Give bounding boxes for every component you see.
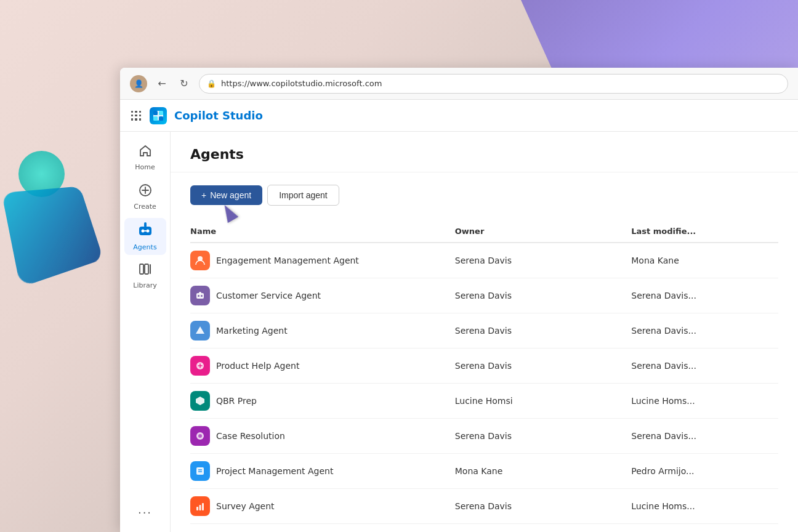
- table-row[interactable]: Marketing Agent Serena Davis Serena Davi…: [190, 313, 778, 349]
- agent-icon: [190, 426, 210, 446]
- agent-name-cell: Case Resolution: [190, 419, 455, 454]
- sidebar-item-agents[interactable]: Agents: [124, 218, 166, 255]
- agent-name-cell: Project Management Agent: [190, 454, 455, 489]
- agent-icon: [190, 251, 210, 270]
- agent-modified: Serena Davis...: [631, 278, 778, 313]
- sidebar-create-label: Create: [134, 203, 156, 211]
- new-agent-button[interactable]: + New agent: [190, 185, 262, 205]
- svg-rect-2: [153, 116, 158, 121]
- grid-dot: [131, 115, 133, 116]
- svg-point-9: [146, 230, 149, 233]
- table-header-row: Name Owner Last modifie...: [190, 220, 778, 243]
- agents-table: Name Owner Last modifie...: [190, 220, 778, 524]
- apps-grid-icon[interactable]: [130, 110, 142, 122]
- svg-rect-0: [153, 111, 158, 115]
- svg-rect-3: [159, 116, 163, 121]
- agent-name-cell: Marketing Agent: [190, 313, 455, 349]
- app-title: Copilot Studio: [174, 109, 263, 122]
- agent-modified: Serena Davis...: [631, 349, 778, 384]
- page-header: Agents: [171, 132, 798, 172]
- svg-rect-31: [202, 503, 204, 510]
- sidebar-agents-label: Agents: [133, 243, 156, 251]
- toolbar: + New agent Import agent: [190, 185, 778, 206]
- app-topbar: Copilot Studio: [120, 100, 798, 132]
- table-row[interactable]: Project Management Agent Mona Kane Pedro…: [190, 454, 778, 489]
- library-icon: [139, 262, 152, 279]
- sidebar-item-create[interactable]: Create: [124, 179, 166, 216]
- user-avatar[interactable]: 👤: [130, 75, 147, 92]
- table-row[interactable]: Customer Service Agent Serena Davis Sere…: [190, 278, 778, 313]
- svg-rect-13: [140, 264, 143, 274]
- address-bar[interactable]: 🔒 https://www.copilotstudio.microsoft.co…: [199, 74, 788, 94]
- sidebar-home-label: Home: [135, 163, 155, 171]
- table-row[interactable]: QBR Prep Lucine Homsi Lucine Homs...: [190, 384, 778, 419]
- agent-owner: Mona Kane: [455, 454, 632, 489]
- agent-modified: Mona Kane: [631, 243, 778, 278]
- svg-point-19: [201, 295, 203, 297]
- agent-modified: Serena Davis...: [631, 419, 778, 454]
- svg-rect-10: [144, 230, 147, 232]
- column-header-name: Name: [190, 220, 455, 243]
- table-row[interactable]: Case Resolution Serena Davis Serena Davi…: [190, 419, 778, 454]
- agent-name: Case Resolution: [216, 431, 285, 441]
- browser-window: 👤 ← ↻ 🔒 https://www.copilotstudio.micros…: [120, 68, 798, 532]
- table-row[interactable]: Product Help Agent Serena Davis Serena D…: [190, 349, 778, 384]
- agent-owner: Lucine Homsi: [455, 384, 632, 419]
- agent-owner: Serena Davis: [455, 489, 632, 524]
- table-row[interactable]: Engagement Management Agent Serena Davis…: [190, 243, 778, 278]
- agent-name-cell: Survey Agent: [190, 489, 455, 524]
- agent-name: Marketing Agent: [216, 326, 288, 336]
- agent-modified: Serena Davis...: [631, 313, 778, 349]
- svg-rect-17: [196, 293, 204, 299]
- svg-rect-29: [196, 507, 198, 510]
- agent-name: Product Help Agent: [216, 361, 299, 371]
- svg-rect-20: [199, 292, 201, 294]
- url-text: https://www.copilotstudio.microsoft.com: [221, 79, 382, 88]
- more-icon: ···: [138, 506, 152, 519]
- content-area: + New agent Import agent: [171, 172, 798, 532]
- agent-name-cell: QBR Prep: [190, 384, 455, 419]
- agent-modified: Pedro Armijo...: [631, 454, 778, 489]
- refresh-button[interactable]: ↻: [177, 76, 191, 91]
- home-icon: [139, 144, 152, 161]
- agent-icon: [190, 321, 210, 341]
- sidebar-item-library[interactable]: Library: [124, 257, 166, 294]
- svg-marker-23: [196, 397, 204, 405]
- agent-icon: [190, 391, 210, 411]
- svg-point-12: [144, 222, 147, 225]
- agent-icon: [190, 461, 210, 481]
- app-container: Home Create: [120, 132, 798, 532]
- svg-marker-21: [196, 326, 204, 334]
- agent-owner: Serena Davis: [455, 419, 632, 454]
- agent-name-cell: Product Help Agent: [190, 349, 455, 384]
- svg-point-25: [198, 434, 202, 438]
- agent-name: QBR Prep: [216, 396, 257, 406]
- agent-modified: Lucine Homs...: [631, 489, 778, 524]
- sidebar-more-button[interactable]: ···: [124, 500, 166, 525]
- agent-name-cell: Engagement Management Agent: [190, 243, 455, 278]
- import-agent-button[interactable]: Import agent: [267, 185, 339, 206]
- main-content: Agents + New agent Import agent: [171, 132, 798, 532]
- bg-teal-circle: [18, 151, 65, 197]
- table-row[interactable]: Survey Agent Serena Davis Lucine Homs...: [190, 489, 778, 524]
- svg-point-8: [141, 230, 144, 233]
- agent-name: Customer Service Agent: [216, 291, 321, 300]
- grid-dot: [135, 111, 137, 113]
- agent-icon: [190, 496, 210, 516]
- sidebar: Home Create: [120, 132, 171, 532]
- sidebar-item-home[interactable]: Home: [124, 139, 166, 176]
- back-button[interactable]: ←: [155, 76, 169, 91]
- sidebar-library-label: Library: [133, 281, 156, 289]
- agent-icon: [190, 356, 210, 376]
- grid-dot: [139, 111, 141, 113]
- page-title: Agents: [190, 147, 778, 162]
- svg-point-18: [198, 295, 200, 297]
- agent-name: Engagement Management Agent: [216, 256, 359, 265]
- column-header-owner: Owner: [455, 220, 632, 243]
- agent-owner: Serena Davis: [455, 243, 632, 278]
- grid-dot: [135, 115, 137, 116]
- plus-icon: +: [201, 190, 206, 200]
- column-header-modified: Last modifie...: [631, 220, 778, 243]
- svg-rect-14: [145, 264, 148, 274]
- new-agent-label: New agent: [210, 190, 251, 200]
